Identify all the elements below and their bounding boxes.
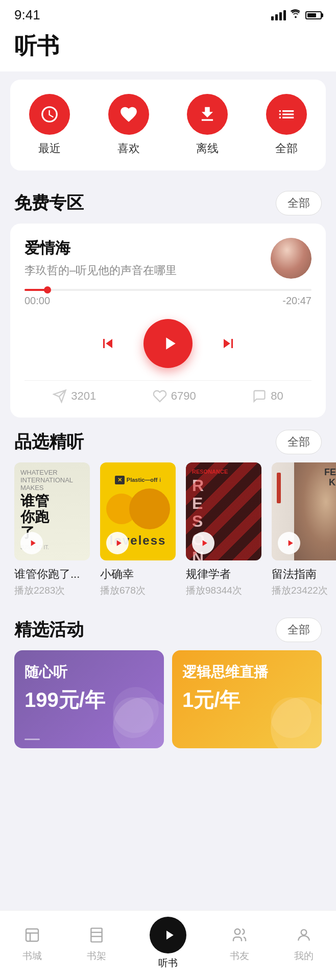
activity-card-1[interactable]: 逻辑思维直播 1元/年 [172,650,322,748]
status-icons [271,9,322,21]
clock-icon [29,94,70,135]
featured-item-3[interactable]: FESKAR 留法指南 播放23422次 [272,462,336,597]
quick-actions-row: 最近 喜欢 离线 全部 [10,94,326,156]
progress-time-end: -20:47 [282,295,311,307]
activity-deco2-2 [271,697,311,738]
now-playing-subtitle: 李玖哲的–听见他的声音在哪里 [25,263,271,278]
featured-cover-1: ✕ Plastic—off i loveless [100,462,176,560]
stat-shares[interactable]: 3201 [53,389,96,403]
free-section-header: 免费专区 全部 [0,179,336,224]
featured-plays-3: 播放23422次 [272,584,336,597]
featured-item-0[interactable]: WHATEVER INTERNATIONAL MAKES 谁管你跑了 JUST … [14,462,90,597]
friends-icon [228,924,251,946]
progress-container[interactable]: 00:00 -20:47 [25,289,311,307]
activities-row: 随心听 199元/年 逻辑思维直播 1元/年 [0,650,336,758]
page-title: 听书 [14,31,322,61]
featured-item-2[interactable]: RESONANCE RESONANCS 规律学者 播放98344次 [186,462,261,597]
progress-time-start: 00:00 [25,295,50,307]
stat-comments-count: 80 [271,389,283,403]
list-icon [266,94,307,135]
svg-point-4 [235,929,241,935]
nav-item-mine[interactable]: 我的 [293,924,315,963]
svg-point-5 [301,929,307,935]
now-playing-card: 爱情海 李玖哲的–听见他的声音在哪里 00:00 -20:47 [10,224,326,418]
skip-back-button[interactable] [97,332,119,355]
now-playing-avatar [271,238,311,279]
nav-label-mine: 我的 [294,949,314,963]
play-overlay-3 [278,532,300,554]
quick-action-favorite-label: 喜欢 [117,141,140,156]
status-bar: 9:41 [0,0,336,27]
featured-plays-2: 播放98344次 [186,584,261,597]
quick-action-all-label: 全部 [275,141,298,156]
activities-section-header: 精选活动 全部 [0,605,336,650]
nav-item-bookstore[interactable]: 书城 [21,924,43,963]
featured-section-header: 品选精听 全部 [0,418,336,462]
featured-section-all-button[interactable]: 全部 [276,430,322,454]
featured-cover-3: FESKAR [272,462,336,560]
nav-item-friends[interactable]: 书友 [228,924,251,963]
page-header: 听书 [0,27,336,71]
player-controls [25,319,311,368]
nav-item-audiobook[interactable]: 听书 [150,917,186,970]
progress-times: 00:00 -20:47 [25,295,311,307]
quick-action-recent-label: 最近 [38,141,61,156]
skip-forward-button[interactable] [217,332,239,355]
progress-dot [44,286,51,293]
stat-shares-count: 3201 [71,389,96,403]
nav-item-bookshelf[interactable]: 书架 [85,924,108,963]
mine-icon [293,924,315,946]
progress-fill [25,289,47,291]
play-button[interactable] [143,319,193,368]
play-overlay-1 [106,532,129,554]
quick-action-offline[interactable]: 离线 [187,94,228,156]
quick-action-all[interactable]: 全部 [266,94,307,156]
bookstore-icon [21,924,43,946]
featured-plays-0: 播放2283次 [14,584,90,597]
featured-cover-2: RESONANCE RESONANCS [186,462,261,560]
play-overlay-2 [192,532,214,554]
featured-name-0: 谁管你跑了... [14,567,90,582]
free-section-all-button[interactable]: 全部 [276,191,322,215]
bookshelf-icon [85,924,108,946]
featured-name-3: 留法指南 [272,567,336,582]
featured-name-2: 规律学者 [186,567,261,582]
free-section-title: 免费专区 [14,191,84,215]
status-time: 9:41 [14,7,40,23]
social-stats: 3201 6790 80 [25,380,311,403]
featured-plays-1: 播放678次 [100,584,176,597]
featured-item-1[interactable]: ✕ Plastic—off i loveless 小确幸 播放678次 [100,462,176,597]
wifi-icon [290,9,301,21]
quick-actions-card: 最近 喜欢 离线 全部 [10,80,326,170]
featured-section-title: 品选精听 [14,430,84,454]
activity-title-0: 随心听 [25,663,154,682]
nav-label-bookstore: 书城 [22,949,42,963]
now-playing-top: 爱情海 李玖哲的–听见他的声音在哪里 [25,238,311,279]
activities-section-title: 精选活动 [14,618,84,642]
bottom-nav: 书城 书架 听书 书友 [0,910,336,980]
nav-label-bookshelf: 书架 [87,949,106,963]
progress-bar[interactable] [25,289,311,291]
activities-section-all-button[interactable]: 全部 [276,618,322,642]
stat-likes-count: 6790 [171,389,196,403]
play-overlay-0 [20,532,43,554]
download-icon [187,94,228,135]
nav-label-friends: 书友 [230,949,249,963]
heart-icon [108,94,149,135]
nav-label-audiobook: 听书 [158,957,178,970]
featured-name-1: 小确幸 [100,567,176,582]
now-playing-title: 爱情海 [25,238,271,259]
signal-icon [271,10,286,20]
featured-scroll: WHATEVER INTERNATIONAL MAKES 谁管你跑了 JUST … [0,462,336,605]
activity-title-1: 逻辑思维直播 [182,663,311,682]
nav-play-icon [150,917,186,953]
svg-rect-0 [26,929,38,941]
stat-comments[interactable]: 80 [252,389,283,403]
quick-action-recent[interactable]: 最近 [29,94,70,156]
quick-action-favorite[interactable]: 喜欢 [108,94,149,156]
battery-icon [305,11,322,19]
svg-rect-1 [91,928,102,942]
activity-card-0[interactable]: 随心听 199元/年 [14,650,164,748]
stat-likes[interactable]: 6790 [153,389,196,403]
featured-cover-0: WHATEVER INTERNATIONAL MAKES 谁管你跑了 JUST … [14,462,90,560]
